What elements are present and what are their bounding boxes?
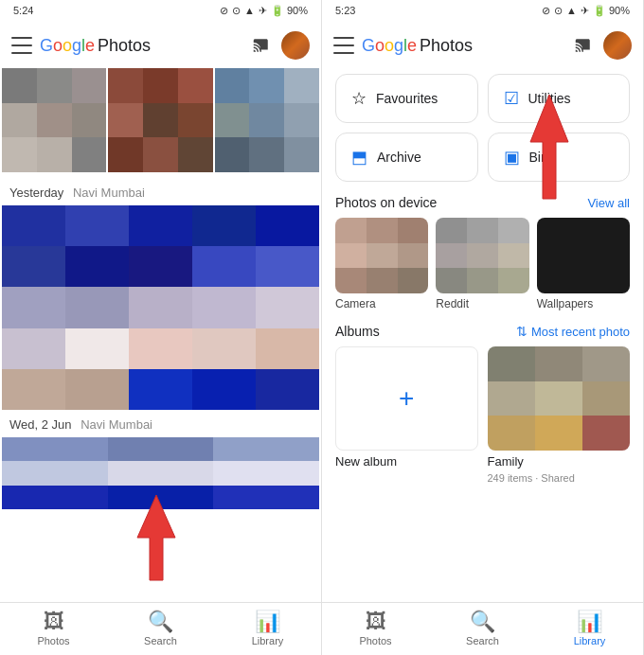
device-reddit[interactable]: Reddit (436, 218, 528, 310)
family-album-card[interactable]: Family 249 items · Shared (488, 346, 631, 484)
device-section-header: Photos on device View all (335, 195, 630, 210)
logo-1: Google Photos (40, 36, 151, 56)
family-album-thumb (488, 346, 631, 451)
nav-library-1[interactable]: 📊 Library (214, 603, 321, 655)
bottom-photo-strip[interactable] (0, 435, 321, 511)
plus-icon: + (399, 383, 414, 414)
device-photos-row: Camera Reddit Wallpapers (335, 218, 630, 310)
status-icons-2: ⊘ ⊙ ▲ ✈ 🔋 90% (542, 5, 630, 17)
reddit-thumb (436, 218, 528, 293)
avatar-1[interactable] (281, 31, 310, 60)
photo-cell-2[interactable] (108, 68, 212, 172)
bottom-nav-2: 🖼 Photos 🔍 Search 📊 Library (322, 602, 643, 655)
top-photo-row (0, 66, 321, 180)
status-bar-1: 5:24 ⊘ ⊙ ▲ ✈ 🔋 90% (0, 0, 321, 21)
sort-button[interactable]: ⇅ Most recent photo (516, 324, 630, 339)
time-1: 5:24 (13, 5, 33, 16)
sort-icon: ⇅ (516, 324, 528, 339)
header-left-2: Google Photos (333, 36, 473, 56)
wifi-icon: ▲ (244, 5, 255, 16)
wallpapers-thumb (537, 218, 630, 293)
library-nav-icon: 📊 (255, 611, 280, 632)
signal-icon: ⊘ (220, 5, 228, 17)
logo-2: Google Photos (362, 36, 473, 56)
battery-icon: 🔋 90% (271, 5, 308, 17)
bin-card[interactable]: ▣ Bin (488, 133, 631, 182)
bottom-strip-mosaic (2, 437, 319, 509)
photos-grid: Yesterday Navi Mumbai Wed, 2 Jun Navi Mu… (0, 66, 321, 602)
photos-nav-icon-2: 🖼 (366, 611, 386, 632)
archive-card[interactable]: ⬒ Archive (335, 133, 478, 182)
photo-2-mosaic (108, 68, 212, 172)
photo-cell-1[interactable] (2, 68, 106, 172)
nav-search-2[interactable]: 🔍 Search (429, 603, 536, 655)
date-label-1: Yesterday Navi Mumbai (0, 180, 321, 204)
nav-library-2[interactable]: 📊 Library (536, 603, 643, 655)
header-right-1 (251, 31, 310, 60)
nav-photos-2[interactable]: 🖼 Photos (322, 603, 429, 655)
cast-icon-2[interactable] (573, 37, 594, 54)
time-2: 5:23 (335, 5, 355, 16)
photo-1-mosaic (2, 68, 106, 172)
star-icon: ☆ (351, 88, 367, 109)
albums-row: + New album Family 249 items · Shared (335, 346, 630, 484)
menu-icon-2[interactable] (333, 37, 354, 54)
menu-icon[interactable] (11, 37, 32, 54)
library-nav-icon-2: 📊 (577, 611, 602, 632)
status-bar-2: 5:23 ⊘ ⊙ ▲ ✈ 🔋 90% (322, 0, 643, 21)
header-1: Google Photos (0, 21, 321, 66)
date-label-2: Wed, 2 Jun Navi Mumbai (0, 412, 321, 435)
archive-icon: ⬒ (351, 147, 367, 168)
photo-3-mosaic (215, 68, 319, 172)
big-photo-mosaic (2, 205, 319, 410)
utilities-icon: ☑ (504, 88, 519, 109)
photo-cell-3[interactable] (215, 68, 319, 172)
panel-library: 5:23 ⊘ ⊙ ▲ ✈ 🔋 90% Google Photos (322, 0, 644, 655)
bin-icon: ▣ (504, 147, 520, 168)
device-camera[interactable]: Camera (335, 218, 428, 310)
nav-search-1[interactable]: 🔍 Search (107, 603, 214, 655)
photos-nav-icon: 🖼 (44, 611, 64, 632)
avatar-2[interactable] (603, 31, 632, 60)
header-2: Google Photos (322, 21, 643, 66)
favourites-card[interactable]: ☆ Favourites (335, 74, 478, 123)
big-photo-wrap[interactable] (0, 204, 321, 412)
status-icons-1: ⊘ ⊙ ▲ ✈ 🔋 90% (220, 5, 308, 17)
new-album-thumb: + (335, 346, 478, 451)
cast-icon-1[interactable] (251, 37, 272, 54)
albums-section-header: Albums ⇅ Most recent photo (335, 324, 630, 339)
utility-grid: ☆ Favourites ☑ Utilities ⬒ Archive ▣ Bin (335, 74, 630, 182)
panel-photos: 5:24 ⊘ ⊙ ▲ ✈ 🔋 90% Google Photos (0, 0, 322, 655)
nav-photos-1[interactable]: 🖼 Photos (0, 603, 107, 655)
header-left-1: Google Photos (11, 36, 151, 56)
search-nav-icon-2: 🔍 (470, 611, 495, 632)
search-nav-icon: 🔍 (148, 611, 173, 632)
library-content: ☆ Favourites ☑ Utilities ⬒ Archive ▣ Bin (322, 66, 643, 602)
new-album-card[interactable]: + New album (335, 346, 478, 484)
airplane-icon: ✈ (259, 5, 267, 17)
camera-thumb (335, 218, 428, 293)
device-wallpapers[interactable]: Wallpapers (537, 218, 630, 310)
header-right-2 (573, 31, 632, 60)
location-icon: ⊙ (232, 5, 241, 17)
bottom-nav-1: 🖼 Photos 🔍 Search 📊 Library (0, 602, 321, 655)
utilities-card[interactable]: ☑ Utilities (488, 74, 631, 123)
